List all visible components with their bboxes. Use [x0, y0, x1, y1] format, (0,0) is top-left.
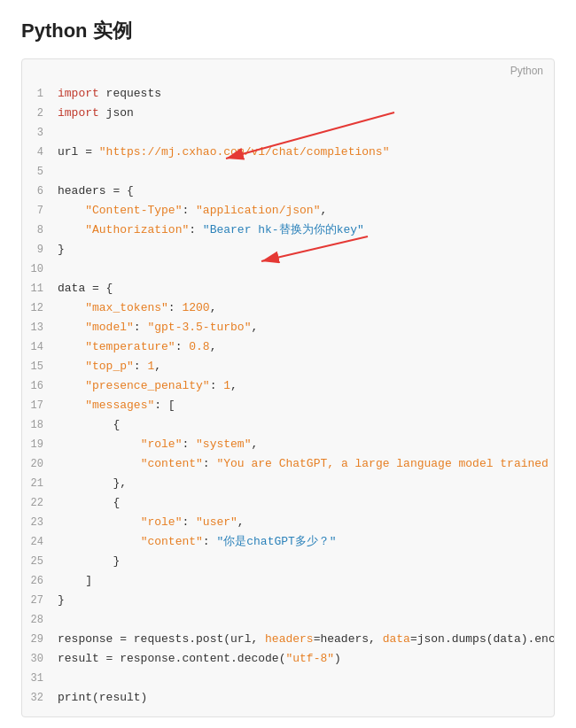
plain-text [58, 204, 85, 217]
line-number: 3 [22, 123, 58, 143]
code-line: 31 [22, 669, 554, 688]
string: "role" [141, 438, 183, 451]
line-number: 31 [22, 669, 58, 688]
plain-text: : [175, 340, 190, 353]
line-number: 8 [22, 221, 58, 240]
line-number: 26 [22, 571, 58, 591]
plain-text: , [237, 515, 245, 529]
line-number: 19 [22, 435, 58, 454]
code-line: 7 "Content-Type": "application/json", [22, 201, 554, 221]
line-number: 22 [22, 493, 58, 513]
code-line: 26 ] [22, 571, 554, 591]
plain-text: requests [99, 87, 161, 100]
line-number: 18 [22, 415, 58, 435]
line-number: 28 [22, 610, 58, 630]
plain-text: =headers, [314, 632, 383, 646]
code-line: 5 [22, 162, 554, 182]
code-block: Python 1import requests2import json3 4ur… [21, 58, 555, 717]
line-content: "max_tokens": 1200, [58, 298, 554, 318]
plain-text [58, 457, 141, 470]
line-number: 1 [22, 84, 58, 104]
plain-text: , [251, 438, 258, 451]
line-content: "temperature": 0.8, [58, 337, 554, 357]
string: "user" [196, 515, 237, 529]
line-content: print(result) [58, 688, 554, 708]
code-line: 21 }, [22, 474, 554, 493]
plain-text: : [134, 321, 148, 334]
line-number: 5 [22, 162, 58, 182]
plain-text: , [320, 204, 327, 217]
plain-text [58, 438, 141, 451]
line-number: 32 [22, 688, 58, 708]
line-content: }, [58, 474, 554, 493]
code-line: 23 "role": "user", [22, 513, 554, 532]
line-content: result = response.content.decode("utf-8"… [58, 649, 554, 669]
plain-text: headers = { [58, 184, 134, 197]
code-lines: 1import requests2import json3 4url = "ht… [22, 59, 554, 716]
line-content: "presence_penalty": 1, [58, 376, 554, 396]
string: "role" [141, 515, 183, 529]
line-number: 23 [22, 513, 58, 532]
line-content: ] [58, 571, 554, 591]
line-number: 10 [22, 259, 58, 279]
code-line: 9} [22, 240, 554, 259]
plain-text [58, 223, 85, 236]
line-number: 20 [22, 454, 58, 474]
plain-text: : [182, 438, 196, 451]
plain-text [58, 340, 85, 353]
plain-text [58, 301, 85, 314]
line-content: "model": "gpt-3.5-turbo", [58, 318, 554, 337]
line-number: 25 [22, 552, 58, 571]
line-content: "top_p": 1, [58, 357, 554, 376]
string: "Authorization" [85, 223, 189, 236]
line-number: 6 [22, 182, 58, 201]
line-content: { [58, 415, 554, 435]
string: "top_p" [85, 360, 134, 373]
string: "messages" [85, 399, 154, 412]
code-line: 8 "Authorization": "Bearer hk-替换为你的key" [22, 221, 554, 240]
string: "content" [141, 457, 203, 470]
line-number: 21 [22, 474, 58, 493]
code-line: 13 "model": "gpt-3.5-turbo", [22, 318, 554, 337]
line-content: import requests [58, 84, 554, 104]
string: "Content-Type" [85, 204, 182, 217]
code-line: 16 "presence_penalty": 1, [22, 376, 554, 396]
code-line: 11data = { [22, 279, 554, 298]
number: 1200 [182, 301, 209, 314]
line-number: 4 [22, 143, 58, 162]
plain-text: : [134, 360, 148, 373]
number: 0.8 [189, 340, 209, 353]
line-content: } [58, 591, 554, 610]
plain-text: , [210, 301, 217, 314]
line-number: 24 [22, 532, 58, 552]
line-content [58, 259, 554, 279]
plain-text: , [154, 360, 161, 373]
code-line: 30result = response.content.decode("utf-… [22, 649, 554, 669]
code-line: 28 [22, 610, 554, 630]
string: "https://mj.cxhao.com/v1/chat/completion… [99, 145, 390, 159]
code-line: 29response = requests.post(url, headers=… [22, 630, 554, 649]
code-line: 14 "temperature": 0.8, [22, 337, 554, 357]
plain-text: data = { [58, 282, 113, 295]
line-number: 17 [22, 396, 58, 415]
code-line: 25 } [22, 552, 554, 571]
plain-text: { [58, 418, 120, 431]
plain-text: =json.dumps(data).encode [410, 632, 555, 646]
plain-text: : [182, 204, 196, 217]
line-content [58, 162, 554, 182]
plain-text [58, 399, 85, 412]
line-number: 29 [22, 630, 58, 649]
plain-text [58, 379, 85, 392]
string-blue: "你是chatGPT多少？" [216, 535, 336, 548]
plain-text: , [230, 379, 237, 392]
line-content: url = "https://mj.cxhao.com/v1/chat/comp… [58, 143, 554, 162]
line-content: "role": "system", [58, 435, 554, 454]
string: "max_tokens" [85, 301, 168, 314]
string: "presence_penalty" [85, 379, 209, 392]
line-content: import json [58, 104, 554, 123]
code-line: 4url = "https://mj.cxhao.com/v1/chat/com… [22, 143, 554, 162]
line-number: 13 [22, 318, 58, 337]
lang-label: Python [510, 65, 543, 77]
line-number: 30 [22, 649, 58, 669]
plain-text [58, 360, 85, 373]
